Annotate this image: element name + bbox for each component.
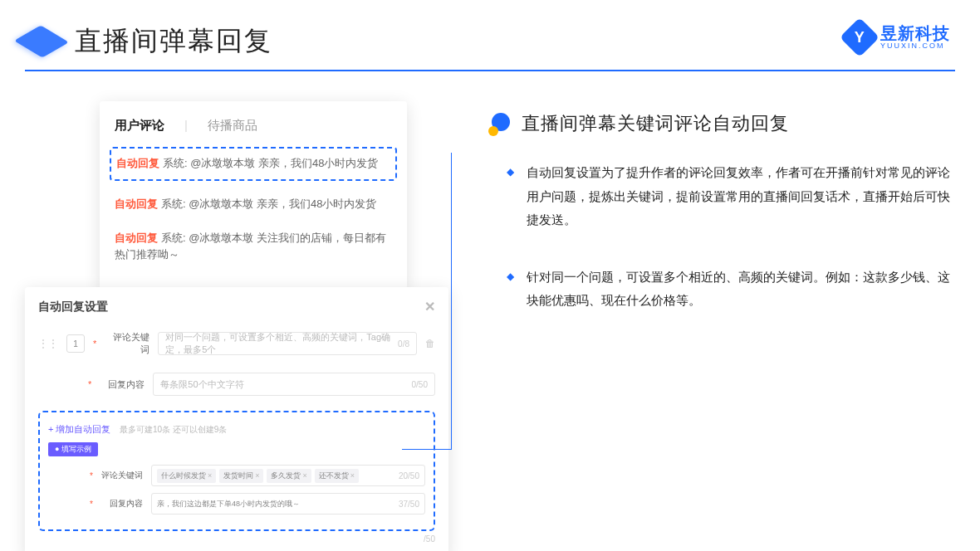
- brand-logo: Y 昱新科技 YUUXIN.COM: [845, 23, 950, 51]
- keyword-label: 评论关键词: [105, 331, 149, 356]
- ex-keyword-label: 评论关键词: [101, 470, 143, 481]
- cube-icon: [25, 25, 58, 58]
- page-title: 直播间弹幕回复: [75, 23, 272, 60]
- auto-reply-tag: 自动回复: [115, 232, 158, 244]
- outer-count: /50: [38, 531, 435, 544]
- content-label: 回复内容: [100, 378, 145, 391]
- auto-reply-tag: 自动回复: [115, 197, 158, 210]
- drag-handle-icon[interactable]: ⋮⋮: [38, 338, 58, 349]
- close-icon[interactable]: ✕: [424, 299, 435, 315]
- ex-content-value[interactable]: 亲，我们这边都是下单48小时内发货的哦～ 37/50: [151, 493, 425, 514]
- tag-chip: 什么时候发货×: [157, 469, 216, 483]
- modal-title: 自动回复设置: [38, 300, 108, 315]
- section-title: 直播间弹幕关键词评论自动回复: [522, 111, 789, 136]
- brand-name-en: YUUXIN.COM: [880, 42, 950, 51]
- ex-content-label: 回复内容: [101, 498, 143, 510]
- tag-chip: 多久发货×: [267, 469, 311, 483]
- rule-index: 1: [66, 334, 85, 353]
- auto-reply-settings-modal: 自动回复设置 ✕ ⋮⋮ 1 * 评论关键词 对同一个问题，可设置多个相近、高频的…: [25, 287, 448, 551]
- description-panel: 直播间弹幕关键词评论自动回复 自动回复设置为了提升作者的评论回复效率，作者可在开…: [490, 96, 955, 528]
- screenshot-collage: 用户评论 | 待播商品 自动回复系统: @冰墩墩本墩 亲亲，我们48小时内发货 …: [25, 96, 465, 528]
- example-highlight: + 增加自动回复 最多可建10条 还可以创建9条 ● 填写示例 * 评论关键词 …: [38, 411, 435, 531]
- add-hint: 最多可建10条 还可以创建9条: [120, 425, 227, 434]
- keyword-input[interactable]: 对同一个问题，可设置多个相近、高频的关键词，Tag确定，最多5个0/8: [158, 332, 417, 355]
- brand-name-cn: 昱新科技: [880, 24, 950, 42]
- example-badge: ● 填写示例: [48, 442, 98, 456]
- bullet-item: 自动回复设置为了提升作者的评论回复效率，作者可在开播前针对常见的评论用户问题，提…: [507, 161, 955, 232]
- tab-pending-products[interactable]: 待播商品: [208, 118, 257, 134]
- add-auto-reply-link[interactable]: + 增加自动回复: [48, 424, 110, 434]
- content-input[interactable]: 每条限50个中文字符0/50: [153, 373, 435, 396]
- delete-icon[interactable]: 🗑: [425, 338, 435, 349]
- tag-chip: 发货时间×: [219, 469, 263, 483]
- comments-panel: 用户评论 | 待播商品 自动回复系统: @冰墩墩本墩 亲亲，我们48小时内发货 …: [100, 101, 407, 289]
- tab-user-comments[interactable]: 用户评论: [115, 118, 164, 134]
- tag-chip: 还不发货×: [315, 469, 359, 483]
- comment-row-highlighted: 自动回复系统: @冰墩墩本墩 亲亲，我们48小时内发货: [110, 147, 397, 181]
- page-header: 直播间弹幕回复: [0, 0, 980, 70]
- ex-keyword-tags[interactable]: 什么时候发货× 发货时间× 多久发货× 还不发货× 20/50: [151, 465, 425, 486]
- auto-reply-tag: 自动回复: [116, 157, 159, 169]
- bullet-item: 针对同一个问题，可设置多个相近的、高频的关键词。例如：这款多少钱、这块能优惠吗、…: [507, 266, 955, 313]
- bubble-icon: [490, 113, 512, 134]
- comment-row: 自动回复系统: @冰墩墩本墩 关注我们的店铺，每日都有热门推荐呦～: [115, 222, 392, 273]
- brand-mark-icon: Y: [840, 17, 880, 57]
- comment-row: 自动回复系统: @冰墩墩本墩 亲亲，我们48小时内发货: [115, 188, 392, 222]
